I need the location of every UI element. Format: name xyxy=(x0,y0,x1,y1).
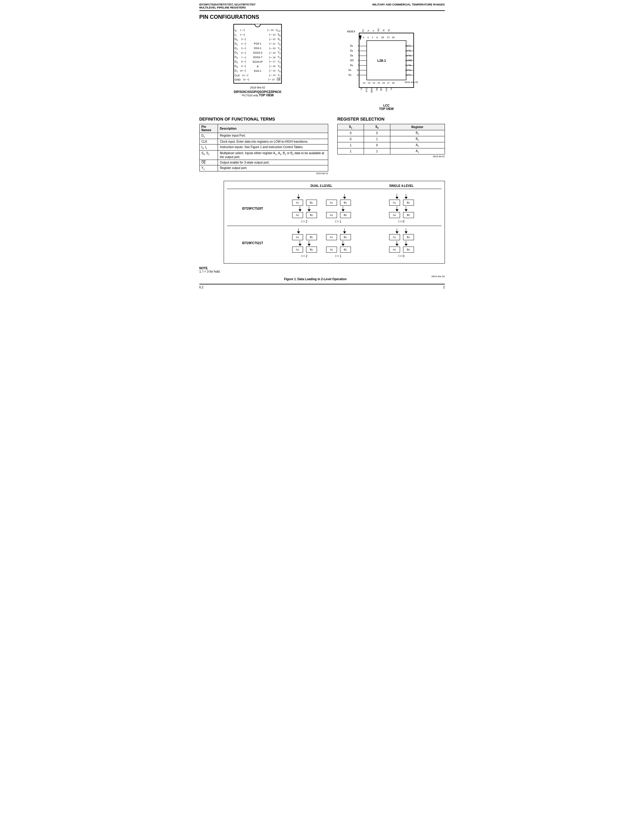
svg-text:Y₄: Y₄ xyxy=(408,68,411,71)
pin-config-section: I0 1 ─┤ ├─ 24 VCC xyxy=(200,24,445,111)
def-col-desc: Description xyxy=(218,124,328,133)
svg-text:CLK: CLK xyxy=(365,88,368,92)
figure-row-521: IDT29FCT521T A1 B1 xyxy=(227,226,441,260)
svg-text:I₀: I₀ xyxy=(372,30,375,32)
svg-text:14: 14 xyxy=(372,82,375,84)
svg-text:D₄: D₄ xyxy=(350,64,353,67)
svg-text:INDEX: INDEX xyxy=(347,30,356,33)
svg-text:2: 2 xyxy=(372,36,374,39)
svg-text:3: 3 xyxy=(367,36,369,39)
svg-text:2619 drw 03: 2619 drw 03 xyxy=(404,81,418,84)
def-row-s0s1: S0, S1 Multiplexer select. Inputs either… xyxy=(200,151,328,160)
figure-section: DUAL 2-LEVEL SINGLE 4-LEVEL IDT29FCT520T… xyxy=(224,181,445,264)
single-4level-520: A1 B1 A2 B2 I = 0 xyxy=(362,194,441,223)
svg-text:Y₁: Y₁ xyxy=(408,49,411,52)
reg-row-2: 0 1 B1 xyxy=(337,136,444,142)
figure-header: DUAL 2-LEVEL SINGLE 4-LEVEL xyxy=(227,184,441,189)
pin-i0-label: I0 xyxy=(235,29,237,32)
box-a1-i0-520: A1 xyxy=(389,199,400,206)
header-subtitle: MULTILEVEL PIPELINE REGISTERS xyxy=(200,6,256,9)
svg-text:11: 11 xyxy=(357,74,359,76)
dip-drw-note: 2619 drw 02 xyxy=(200,86,316,89)
svg-text:Y₅: Y₅ xyxy=(408,73,411,76)
svg-text:13: 13 xyxy=(368,82,370,84)
svg-text:9: 9 xyxy=(358,64,359,67)
svg-text:12: 12 xyxy=(363,82,365,84)
reg-title: REGISTER SELECTION xyxy=(337,117,445,121)
box-b1-i0-520: B1 xyxy=(403,199,414,206)
lcc-svg: INDEX 4 3 2 1 28 27 26 D₀ I₁ I₀ NC S₀ S₁… xyxy=(341,24,432,103)
lcc-caption: LCC TOP VIEW xyxy=(328,104,445,111)
svg-text:NC: NC xyxy=(350,59,354,62)
def-row-oe: OE Output enable for 3-state output port… xyxy=(200,160,328,166)
svg-text:26: 26 xyxy=(392,36,394,39)
svg-text:28: 28 xyxy=(381,36,384,39)
svg-text:15: 15 xyxy=(377,82,380,84)
svg-text:10: 10 xyxy=(357,69,359,71)
figure-header-single: SINGLE 4-LEVEL xyxy=(362,184,441,188)
reg-row-4: 1 1 A1 xyxy=(337,148,444,154)
svg-text:7: 7 xyxy=(358,54,359,57)
dip-diagram: I0 1 ─┤ ├─ 24 VCC xyxy=(200,24,316,111)
row-label-520: IDT29FCT520T xyxy=(227,207,282,210)
dual-i1-520: A1 B1 A2 B2 I = 1 xyxy=(326,194,351,223)
header-left: IDT29FCT520AT/BT/CT/DT, 521AT/BT/CT/DT M… xyxy=(200,3,256,9)
svg-text:D₀: D₀ xyxy=(362,29,364,32)
svg-text:D₆: D₆ xyxy=(349,73,352,76)
svg-text:Y₂: Y₂ xyxy=(408,54,411,57)
box-a2-i1-520: A2 xyxy=(326,212,337,218)
header-title: IDT29FCT520AT/BT/CT/DT, 521AT/BT/CT/DT xyxy=(200,3,256,6)
page-header: IDT29FCT520AT/BT/CT/DT, 521AT/BT/CT/DT M… xyxy=(200,3,445,11)
dual-i2-521: A1 B1 A2 B2 I = 2 xyxy=(292,228,317,258)
svg-text:Y₆: Y₆ xyxy=(390,88,393,90)
reg-col-s0: S0 xyxy=(364,124,390,130)
svg-text:17: 17 xyxy=(387,82,390,84)
reg-row-3: 1 0 A2 xyxy=(337,142,444,148)
svg-text:Y₃: Y₃ xyxy=(408,64,411,67)
note-section: NOTE 1. I = 3 for hold. xyxy=(200,267,445,273)
dip-caption: DIP/SOIC/SSOP/QSOP/CERPACK *FCT520 only … xyxy=(200,90,316,97)
reg-row-1: 0 0 B2 xyxy=(337,130,444,136)
reg-section: REGISTER SELECTION S1 S0 Register 0 0 B2… xyxy=(337,117,445,175)
figure-caption-row: Figure 1. Data Loading in 2-Level Operat… xyxy=(200,275,445,281)
svg-text:D₃: D₃ xyxy=(350,54,353,57)
svg-text:OE: OE xyxy=(380,88,382,91)
svg-text:S₁: S₁ xyxy=(387,29,390,32)
dual-i1-521: A1 B1 A2 B2 I = 1 xyxy=(326,228,351,258)
svg-text:27: 27 xyxy=(387,36,390,39)
row-label-521: IDT29FCT521T xyxy=(227,241,282,245)
box-b2-i1-520: B2 xyxy=(340,212,351,218)
svg-text:D₇: D₇ xyxy=(360,88,363,90)
box-a1-i1-520: A1 xyxy=(326,199,337,206)
note-title: NOTE xyxy=(200,267,208,270)
def-row-clk: CLK Clock input. Enter data into registe… xyxy=(200,139,328,145)
svg-text:Vcc: Vcc xyxy=(385,88,388,92)
svg-text:6: 6 xyxy=(358,49,359,52)
svg-text:D₂: D₂ xyxy=(350,49,353,52)
svg-text:GND: GND xyxy=(370,88,373,93)
i0-label: I = 0 xyxy=(399,220,404,223)
footer-page-num: 2 xyxy=(443,286,445,289)
reg-col-s1: S1 xyxy=(337,124,364,130)
box-b1-i2-520: B1 xyxy=(306,199,317,206)
lcc-diagram: INDEX 4 3 2 1 28 27 26 D₀ I₁ I₀ NC S₀ S₁… xyxy=(328,24,445,111)
i1-label: I = 1 xyxy=(335,220,341,223)
single-i0-520: A1 B1 A2 B2 I = 0 xyxy=(389,194,414,223)
section-title-pin-config: PIN CONFIGURATIONS xyxy=(200,14,445,20)
svg-text:Y₀: Y₀ xyxy=(408,44,411,47)
note-item-1: 1. I = 3 for hold. xyxy=(200,270,445,273)
def-row-i0i1: I0, I1 Instruction inputs. See Figure 1 … xyxy=(200,145,328,151)
def-col-pin: Pin Names xyxy=(200,124,218,133)
box-a2-i0-520: A2 xyxy=(389,212,400,218)
box-a1-i2-520: A1 xyxy=(292,199,303,206)
svg-text:1: 1 xyxy=(377,36,378,39)
box-a2-i2-520: A2 xyxy=(292,212,303,218)
def-row-dn: Dn Register input Port. xyxy=(200,133,328,139)
figure-row-520: IDT29FCT520T A1 B1 xyxy=(227,191,441,226)
dual-2level-521: A1 B1 A2 B2 I = 2 xyxy=(282,228,362,258)
svg-text:5: 5 xyxy=(358,45,359,47)
figure-header-dual: DUAL 2-LEVEL xyxy=(282,184,362,188)
dual-2level-520: A1 B1 A2 B2 I = 2 xyxy=(282,194,362,223)
figure-caption: Figure 1. Data Loading in 2-Level Operat… xyxy=(284,277,347,281)
svg-text:S₀: S₀ xyxy=(382,29,385,32)
